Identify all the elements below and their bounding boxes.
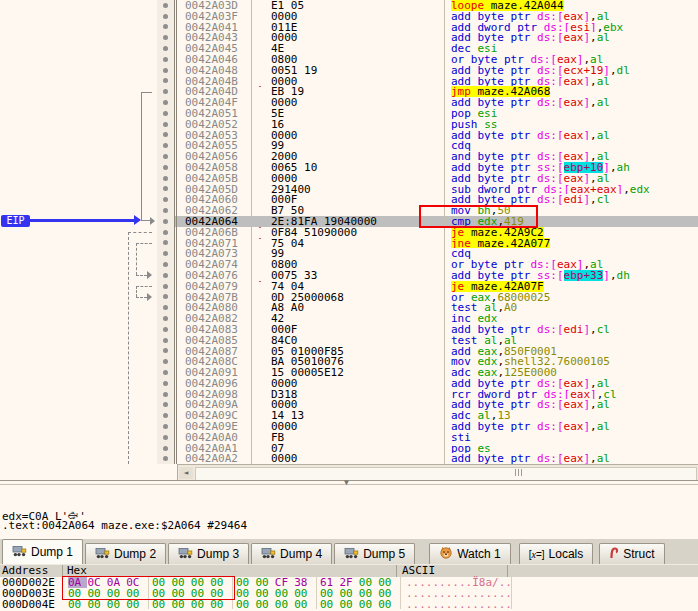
disasm-row[interactable]: 0042A09115 00005E12adc eax,125E0000 — [0, 367, 698, 378]
breakpoint-dot[interactable] — [157, 205, 174, 216]
disasm-row[interactable]: 0042A07B0D 25000068or eax,68000025 — [0, 292, 698, 303]
disasm-row[interactable]: 0042A0740800or byte ptr ds:[eax],al — [0, 259, 698, 270]
scroll-left-button[interactable]: ◄ — [179, 467, 193, 479]
breakpoint-dot[interactable] — [157, 302, 174, 313]
scroll-thumb[interactable] — [195, 467, 697, 481]
breakpoint-dot[interactable] — [157, 453, 174, 464]
disasm-row[interactable]: 0042A06Bˇ0F84 51090000je maze.42A9C2 — [0, 227, 698, 238]
disasm-row[interactable]: 0042A062B7 50mov bh,50 — [0, 205, 698, 216]
breakpoint-dot[interactable] — [157, 97, 174, 108]
breakpoint-dot[interactable] — [157, 54, 174, 65]
breakpoint-dot[interactable] — [157, 0, 174, 11]
disasm-row[interactable]: 0042A04DˇEB 19jmp maze.42A068 — [0, 86, 698, 97]
breakpoint-dot[interactable] — [157, 399, 174, 410]
breakpoint-dot[interactable] — [157, 346, 174, 357]
breakpoint-dot[interactable] — [157, 119, 174, 130]
disasm-row[interactable]: 0042A03DE1 05loope maze.42A044 — [0, 0, 698, 11]
disasm-row[interactable]: 0042A04B0000add byte ptr ds:[eax],al — [0, 76, 698, 87]
breakpoint-dot[interactable] — [157, 227, 174, 238]
disasm-row[interactable]: 0042A098D318rcr dword ptr ds:[eax],cl — [0, 389, 698, 400]
disasm-row[interactable]: 0042A0460800or byte ptr ds:[eax],al — [0, 54, 698, 65]
disasm-row[interactable]: 0042A0960000add byte ptr ds:[eax],al — [0, 378, 698, 389]
breakpoint-dot[interactable] — [157, 173, 174, 184]
breakpoint-dot[interactable] — [157, 108, 174, 119]
breakpoint-dot[interactable] — [157, 281, 174, 292]
breakpoint-dot[interactable] — [157, 238, 174, 249]
disasm-row[interactable]: 0042A09E0000add byte ptr ds:[eax],al — [0, 421, 698, 432]
tab-dump-1[interactable]: Dump 1 — [2, 539, 83, 564]
disasm-row[interactable]: 0042A0562000and byte ptr ds:[eax],al — [0, 151, 698, 162]
breakpoint-dot[interactable] — [157, 378, 174, 389]
disasm-row[interactable]: 0042A05D291400sub dword ptr ds:[eax+eax]… — [0, 184, 698, 195]
breakpoint-dot[interactable] — [157, 432, 174, 443]
disasm-row[interactable]: 0042A05599cdq — [0, 140, 698, 151]
disasm-row[interactable]: 0042A0760075 33add byte ptr ss:[ebp+33],… — [0, 270, 698, 281]
breakpoint-dot[interactable] — [157, 324, 174, 335]
disasm-row[interactable]: 0042A083000Fadd byte ptr ds:[edi],cl — [0, 324, 698, 335]
breakpoint-dot[interactable] — [157, 151, 174, 162]
breakpoint-dot[interactable] — [157, 162, 174, 173]
dump-row[interactable]: 000D004E00000000000000000000000000000000… — [0, 599, 698, 610]
breakpoint-dot[interactable] — [157, 248, 174, 259]
disasm-row[interactable]: 0042A079ˇ74 04je maze.42A07F — [0, 281, 698, 292]
disasm-row[interactable]: 0042A0515Epop esi — [0, 108, 698, 119]
breakpoint-dot[interactable] — [157, 65, 174, 76]
breakpoint-dot[interactable] — [157, 389, 174, 400]
tab-dump-2[interactable]: Dump 2 — [85, 543, 166, 564]
breakpoint-dot[interactable] — [157, 43, 174, 54]
pane-splitter[interactable]: ▼ — [0, 480, 698, 490]
disasm-row[interactable]: 0042A07399cdq — [0, 248, 698, 259]
disasm-row[interactable]: 0042A03F0000add byte ptr ds:[eax],al — [0, 11, 698, 22]
breakpoint-dot[interactable] — [157, 259, 174, 270]
breakpoint-dot[interactable] — [157, 270, 174, 281]
breakpoint-dot[interactable] — [157, 335, 174, 346]
disasm-row[interactable]: 0042A08705 01000F85add eax,850F0001 — [0, 346, 698, 357]
breakpoint-dot[interactable] — [157, 194, 174, 205]
breakpoint-dot[interactable] — [157, 86, 174, 97]
breakpoint-dot[interactable] — [157, 140, 174, 151]
disasm-row[interactable]: 0042A0480051 19add byte ptr ds:[ecx+19],… — [0, 65, 698, 76]
breakpoint-dot[interactable] — [157, 421, 174, 432]
breakpoint-dot[interactable] — [157, 313, 174, 324]
disasm-row[interactable]: 0042A0454Edec esi — [0, 43, 698, 54]
disasm-row[interactable]: 0042A0530000add byte ptr ds:[eax],al — [0, 130, 698, 141]
disasm-row[interactable]: 0042A071ˇ75 04jne maze.42A077 — [0, 238, 698, 249]
disasm-row[interactable]: 0042A05B0000add byte ptr ds:[eax],al — [0, 173, 698, 184]
breakpoint-dot[interactable] — [157, 184, 174, 195]
breakpoint-dot[interactable] — [157, 367, 174, 378]
breakpoint-dot[interactable] — [157, 443, 174, 454]
disasm-row[interactable]: 0042A041011Eadd dword ptr ds:[esi],ebx — [0, 22, 698, 33]
breakpoint-dot[interactable] — [157, 292, 174, 303]
tab-struct[interactable]: Struct — [599, 543, 664, 564]
disasm-row[interactable]: 0042A08CBA 05010076mov edx,shell32.76000… — [0, 356, 698, 367]
breakpoint-dot[interactable] — [157, 32, 174, 43]
disasm-row[interactable]: 0042A0580065 10add byte ptr ss:[ebp+10],… — [0, 162, 698, 173]
disasm-hscrollbar[interactable]: ◄ — [177, 464, 698, 481]
disasm-row[interactable]: 0042A08584C0test al,al — [0, 335, 698, 346]
breakpoint-dot[interactable] — [157, 356, 174, 367]
disasm-row[interactable]: 0042A0430000add byte ptr ds:[eax],al — [0, 32, 698, 43]
breakpoint-dot[interactable] — [157, 410, 174, 421]
disasm-row[interactable]: 0042A08242inc edx — [0, 313, 698, 324]
splitter-collapse-icon[interactable]: ▼ — [344, 478, 349, 487]
breakpoint-dot[interactable] — [157, 216, 174, 227]
disasm-row[interactable]: 0042A080A8 A0test al,A0 — [0, 302, 698, 313]
breakpoint-dot[interactable] — [157, 11, 174, 22]
breakpoint-dot[interactable] — [157, 22, 174, 33]
tab-dump-3[interactable]: Dump 3 — [168, 543, 249, 564]
disasm-row[interactable]: 0042A0A20000add byte ptr ds:[eax],al — [0, 453, 698, 464]
disasm-row[interactable]: 0042A04F0000add byte ptr ds:[eax],al — [0, 97, 698, 108]
disasm-row[interactable]: 0042A060000Fadd byte ptr ds:[edi],cl — [0, 194, 698, 205]
tab-watch-1[interactable]: Watch 1 — [429, 543, 511, 564]
breakpoint-dot[interactable] — [157, 130, 174, 141]
breakpoint-dot[interactable] — [157, 76, 174, 87]
tab-dump-5[interactable]: Dump 5 — [334, 543, 415, 564]
disasm-row[interactable]: 0042A0A107pop es — [0, 443, 698, 454]
disasm-row[interactable]: 0042A09C14 13adc al,13 — [0, 410, 698, 421]
disasm-row[interactable]: 0042A05216push ss — [0, 119, 698, 130]
tab-dump-4[interactable]: Dump 4 — [251, 543, 332, 564]
disasm-row[interactable]: 0042A0A0FBsti — [0, 432, 698, 443]
tab-locals[interactable]: [x=]Locals — [519, 543, 594, 564]
disasm-row[interactable]: 0042A09A0000add byte ptr ds:[eax],al — [0, 399, 698, 410]
disassembly-pane[interactable]: 0042A03DE1 05loope maze.42A0440042A03F00… — [0, 0, 698, 464]
